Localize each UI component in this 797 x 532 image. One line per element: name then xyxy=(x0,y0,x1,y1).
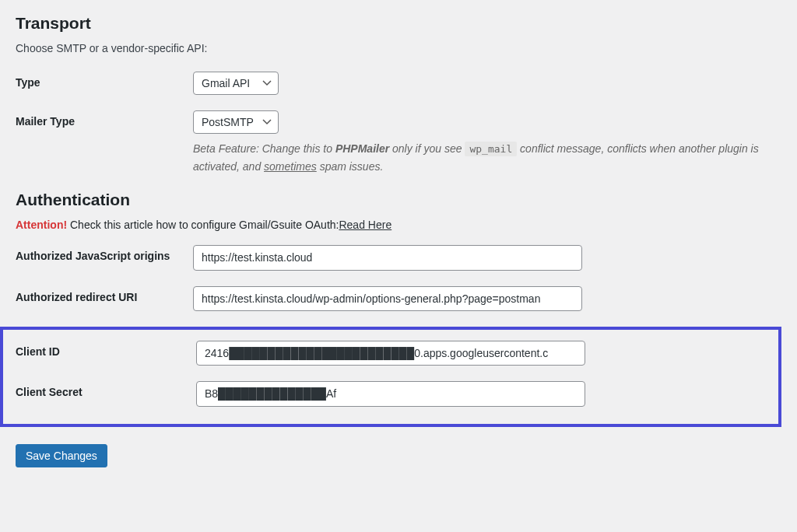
mailer-select[interactable]: PostSMTP xyxy=(193,110,279,134)
attention-note: Attention! Check this article how to con… xyxy=(16,219,781,231)
transport-subtitle: Choose SMTP or a vendor-specific API: xyxy=(16,42,781,54)
origins-label: Authorized JavaScript origins xyxy=(16,245,193,262)
type-row: Type Gmail API xyxy=(16,72,781,95)
transport-heading: Transport xyxy=(16,14,781,33)
mailer-label: Mailer Type xyxy=(16,110,193,128)
type-label: Type xyxy=(16,72,193,89)
read-here-link[interactable]: Read Here xyxy=(339,219,391,231)
auth-heading: Authentication xyxy=(16,191,781,209)
attention-label: Attention! xyxy=(16,219,67,231)
client-secret-row: Client Secret xyxy=(16,381,778,406)
client-secret-label: Client Secret xyxy=(16,381,196,398)
mailer-row: Mailer Type PostSMTP Beta Feature: Chang… xyxy=(16,110,781,175)
save-button[interactable]: Save Changes xyxy=(16,444,107,467)
origins-input[interactable] xyxy=(193,245,582,270)
redirect-input[interactable] xyxy=(193,286,582,311)
credentials-highlight: Client ID Client Secret xyxy=(0,327,781,427)
client-secret-input[interactable] xyxy=(196,381,585,406)
origins-row: Authorized JavaScript origins xyxy=(16,245,781,270)
client-id-input[interactable] xyxy=(196,341,585,366)
type-select[interactable]: Gmail API xyxy=(193,72,279,95)
redirect-row: Authorized redirect URI xyxy=(16,286,781,311)
client-id-label: Client ID xyxy=(16,341,196,358)
redirect-label: Authorized redirect URI xyxy=(16,286,193,303)
client-id-row: Client ID xyxy=(16,341,778,366)
beta-note: Beta Feature: Change this to PHPMailer o… xyxy=(193,140,781,175)
wpmail-code: wp_mail xyxy=(465,142,517,156)
